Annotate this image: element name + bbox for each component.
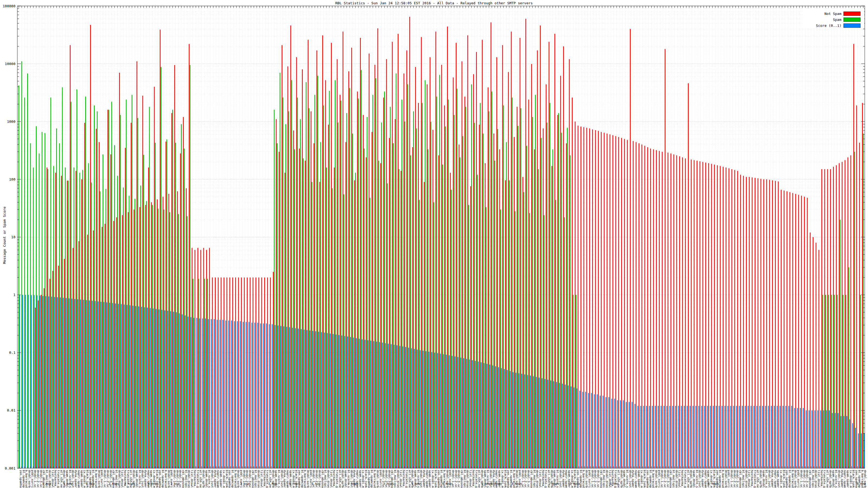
bar (386, 59, 387, 468)
bar (205, 319, 206, 468)
bar (696, 161, 698, 468)
bar (341, 336, 342, 468)
bar (366, 157, 367, 468)
bar (616, 136, 616, 468)
bar (414, 349, 415, 468)
bar (743, 176, 744, 468)
bar (354, 180, 355, 468)
bar (50, 279, 50, 468)
bar (19, 86, 19, 468)
bar (538, 169, 539, 468)
bar (636, 142, 637, 468)
bar (111, 102, 112, 468)
bar (798, 195, 799, 468)
bar (279, 152, 280, 468)
bar (270, 278, 271, 468)
bar (333, 334, 334, 468)
bar (144, 307, 145, 468)
bar (541, 138, 542, 468)
bar (688, 83, 689, 468)
bar (766, 179, 767, 468)
bar (566, 143, 567, 468)
bar (192, 248, 193, 468)
bar (406, 51, 407, 468)
bar (73, 167, 74, 468)
bar (495, 366, 496, 468)
bar (329, 91, 330, 468)
bar (525, 19, 526, 468)
bar (627, 140, 628, 468)
bar (156, 309, 156, 468)
bar (91, 183, 92, 468)
bar (168, 194, 169, 468)
bar (42, 296, 43, 468)
bar (658, 406, 659, 468)
bar (845, 295, 846, 468)
bar (442, 165, 443, 468)
bar (504, 369, 505, 468)
bar (48, 296, 49, 468)
bar (360, 38, 361, 468)
legend-label: Score (0..1) (816, 24, 841, 28)
bar (282, 45, 282, 468)
svg-text:2 hops: 2 hops (124, 482, 135, 486)
bar (526, 146, 527, 468)
bar (113, 221, 114, 468)
bar (68, 181, 69, 468)
bar (417, 350, 418, 468)
bar (300, 119, 301, 468)
bar (807, 198, 808, 468)
bar (289, 327, 290, 468)
bar (165, 141, 166, 468)
bar (264, 278, 265, 468)
bar (307, 330, 307, 468)
bar (73, 248, 73, 468)
bar (418, 103, 419, 468)
bar (40, 295, 40, 468)
bar (618, 137, 619, 468)
bar (335, 80, 336, 468)
bar (785, 406, 786, 468)
bar (685, 158, 686, 468)
bar (108, 110, 109, 468)
bar (84, 123, 85, 468)
bar (466, 359, 467, 468)
bar (687, 406, 688, 468)
bar (555, 200, 556, 468)
bar (781, 190, 781, 468)
bar (534, 150, 535, 468)
bar (623, 400, 624, 468)
bar (102, 154, 103, 468)
bar (446, 355, 447, 468)
bar (76, 90, 77, 468)
bar (225, 321, 226, 468)
bar (115, 303, 116, 468)
bar (488, 87, 489, 468)
bar (834, 295, 835, 468)
bar (814, 411, 815, 468)
bar (841, 416, 841, 468)
svg-text:5 hops: 5 hops (491, 482, 502, 486)
bar (408, 348, 409, 468)
bar (154, 87, 155, 468)
bar (563, 46, 564, 468)
bar (112, 303, 113, 468)
bar (332, 188, 333, 468)
bar (572, 98, 572, 468)
bar (196, 318, 197, 468)
bar (557, 115, 558, 468)
bar (181, 124, 182, 468)
svg-text:5 hops: 5 hops (442, 482, 453, 486)
bar (771, 406, 772, 468)
bar (457, 89, 457, 468)
bar (61, 176, 62, 468)
bar (166, 139, 167, 468)
bar (229, 278, 230, 468)
bar (96, 129, 97, 468)
bar (609, 397, 609, 468)
bar (711, 164, 712, 468)
bar (126, 99, 127, 468)
bar (407, 84, 408, 468)
bar (117, 176, 118, 468)
svg-text:5 hops: 5 hops (708, 482, 719, 486)
